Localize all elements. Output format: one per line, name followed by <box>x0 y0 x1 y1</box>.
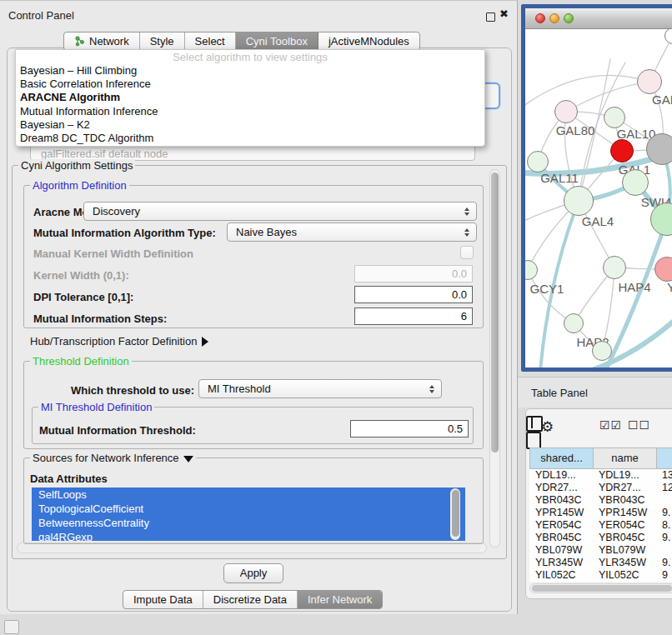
dropdown-item-aracne-algorithm[interactable]: ARACNE Algorithm <box>16 91 484 104</box>
network-node-bottom-node[interactable] <box>592 341 612 361</box>
table-cell: YDL19... <box>529 469 593 482</box>
table-row[interactable]: YPR145WYPR145W9. <box>529 507 672 519</box>
collapsed-panel-button[interactable] <box>4 620 19 634</box>
tab-label: Select <box>195 35 225 48</box>
dropdown-item-bayesian-hill-climbing[interactable]: Bayesian – Hill Climbing <box>16 64 484 78</box>
table-cell: YBR045C <box>593 532 656 544</box>
manual-kernel-checkbox[interactable] <box>460 246 474 259</box>
tab-label: Infer Network <box>308 593 372 606</box>
window-close-icon[interactable] <box>535 13 545 23</box>
table-row[interactable]: YLR345WYLR345W9. <box>529 557 672 569</box>
tab-jactivemnodules[interactable]: jActiveMNodules <box>318 32 419 50</box>
gear-icon[interactable]: ⚙ <box>541 418 554 436</box>
table-row[interactable]: YBL079WYBL079W <box>529 544 672 557</box>
network-canvas[interactable]: GALGAL80GAL10GAL1GAL11SWI4GAL4HAP4GCY1YH… <box>525 29 672 368</box>
table-cell: YBR043C <box>529 494 593 507</box>
tab-network[interactable]: Network <box>64 32 140 50</box>
dropdown-item-mutual-information-inference[interactable]: Mutual Information Inference <box>16 105 484 118</box>
table-cell: 9. <box>656 557 672 569</box>
kernel-width-label: Kernel Width (0,1): <box>33 269 129 282</box>
scrollbar-thumb[interactable] <box>532 585 672 592</box>
table-cell: YBR043C <box>593 494 656 507</box>
attribute-item-gal4rgexp[interactable]: gal4RGexp <box>32 530 465 541</box>
dropdown-item-bayesian-k2[interactable]: Bayesian – K2 <box>16 118 484 132</box>
tab-style[interactable]: Style <box>140 32 185 50</box>
algorithm-dropdown-list: Select algorithm to view settings Bayesi… <box>15 49 485 147</box>
network-node-hap4[interactable] <box>603 256 626 279</box>
spinner-icon <box>464 228 469 237</box>
attributes-v-scrollbar[interactable] <box>450 488 460 540</box>
float-panel-icon[interactable] <box>486 12 495 22</box>
kernel-width-field[interactable]: 0.0 <box>354 265 473 282</box>
sources-group-title[interactable]: Sources for Network Inference <box>30 452 196 464</box>
network-node-gal4[interactable] <box>564 186 594 216</box>
close-icon[interactable]: ✖ <box>499 8 509 20</box>
window-minimize-icon[interactable] <box>549 13 559 23</box>
network-window-titlebar[interactable] <box>525 8 672 29</box>
split-columns-icon[interactable] <box>526 416 543 432</box>
table-row[interactable]: YBR045CYBR045C9. <box>529 532 672 544</box>
tab-label: Impute Data <box>133 593 193 606</box>
which-threshold-combo[interactable]: MI Threshold <box>198 379 442 398</box>
network-node-gal1[interactable] <box>610 139 634 162</box>
control-panel-header: Control Panel ✖ <box>0 5 517 26</box>
attribute-item-selfloops[interactable]: SelfLoops <box>32 488 465 502</box>
node-label-gal7: GAL <box>652 92 672 107</box>
window-zoom-icon[interactable] <box>564 13 574 23</box>
apply-button[interactable]: Apply <box>223 563 283 583</box>
network-node-gray-node[interactable] <box>646 133 672 165</box>
tab-label: Style <box>150 35 174 48</box>
settings-v-scrollbar[interactable] <box>489 169 500 548</box>
table-row[interactable]: YBR043CYBR043C <box>529 494 672 507</box>
mi-threshold-definition-title: MI Threshold Definition <box>38 401 154 413</box>
tab-select[interactable]: Select <box>185 32 236 50</box>
table-row[interactable]: YDL19...YDL19...13 <box>529 469 672 482</box>
column-header-name[interactable]: name <box>593 448 656 469</box>
column-header-2[interactable] <box>656 448 672 469</box>
table-h-scrollbar[interactable] <box>529 583 672 593</box>
data-attributes-list[interactable]: SelfLoopsTopologicalCoefficientBetweenne… <box>32 488 465 541</box>
collapse-down-icon <box>183 456 193 462</box>
attribute-item-topologicalcoefficient[interactable]: TopologicalCoefficient <box>32 502 465 516</box>
mi-type-combo[interactable]: Naive Bayes <box>227 222 477 242</box>
deselect-all-checkboxes-icon[interactable]: ☐☐ <box>628 418 650 432</box>
table-header-row: shared...name <box>529 448 672 469</box>
node-label-hap4: HAP4 <box>618 280 650 294</box>
tab-label: Discretize Data <box>213 593 287 606</box>
mi-threshold-field[interactable]: 0.5 <box>350 420 469 438</box>
network-node-gal10[interactable] <box>604 107 625 128</box>
table-row[interactable]: YIL052CYIL052C9 <box>529 569 672 582</box>
network-node-gal7[interactable] <box>637 69 662 94</box>
network-node-hap2[interactable] <box>564 313 584 333</box>
algorithm-definition-title: Algorithm Definition <box>30 179 129 192</box>
select-all-checkboxes-icon[interactable]: ☑☑ <box>599 418 622 432</box>
network-node-swi4[interactable] <box>622 169 649 196</box>
hub-definition-toggle[interactable]: Hub/Transcription Factor Definition <box>30 335 208 348</box>
tab-infer-network[interactable]: Infer Network <box>298 591 382 608</box>
table-cell: YDR27... <box>529 482 593 494</box>
document-icon[interactable] <box>526 432 541 449</box>
dpi-tolerance-field[interactable]: 0.0 <box>354 286 473 303</box>
mi-steps-field[interactable]: 6 <box>354 308 473 325</box>
scrollbar-thumb[interactable] <box>18 544 481 552</box>
table-cell: YER054C <box>593 519 656 532</box>
network-node-gal11[interactable] <box>527 151 549 172</box>
tab-cyni-toolbox[interactable]: Cyni Toolbox <box>236 32 318 50</box>
dpi-tolerance-label: DPI Tolerance [0,1]: <box>33 291 133 303</box>
table-cell: 9. <box>656 532 672 544</box>
column-header-shared[interactable]: shared... <box>529 448 593 469</box>
tab-impute-data[interactable]: Impute Data <box>123 591 203 608</box>
attribute-item-betweennesscentrality[interactable]: BetweennessCentrality <box>32 516 465 530</box>
aracne-mode-combo[interactable]: Discovery <box>83 202 477 221</box>
scrollbar-thumb[interactable] <box>491 172 499 452</box>
dropdown-item-dream8-dc-tdc-algorithm[interactable]: Dream8 DC_TDC Algorithm <box>16 132 484 145</box>
scrollbar-thumb[interactable] <box>452 490 459 537</box>
table-row[interactable]: YDR27...YDR27...12 <box>529 482 672 494</box>
dropdown-item-basic-correlation-inference[interactable]: Basic Correlation Inference <box>16 78 484 91</box>
network-edge[interactable] <box>525 75 649 108</box>
network-node-gal80[interactable] <box>554 100 578 123</box>
tab-discretize-data[interactable]: Discretize Data <box>203 591 298 608</box>
table-cell <box>656 544 672 557</box>
table-row[interactable]: YER054CYER054C8. <box>529 519 672 532</box>
table-cell: 8. <box>656 519 672 532</box>
